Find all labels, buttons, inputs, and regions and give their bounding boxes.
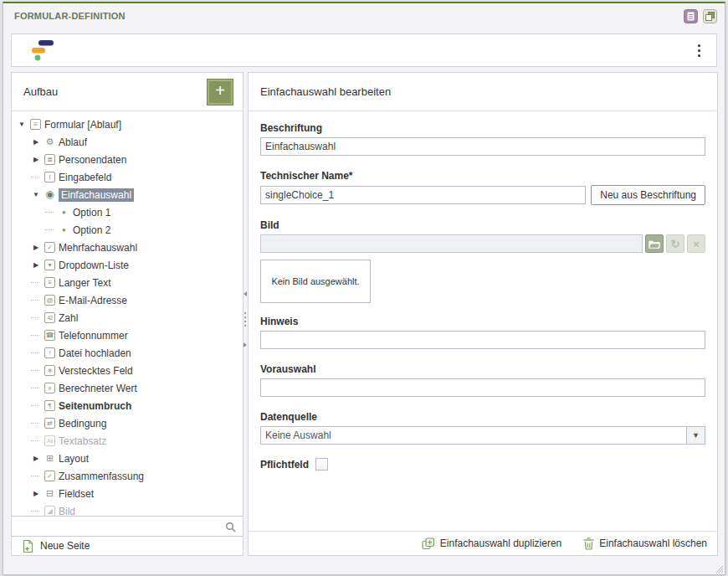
delete-element-button[interactable]: Einfachauswahl löschen xyxy=(583,537,707,550)
duplicate-icon xyxy=(422,537,435,550)
reset-image-icon: ↻ xyxy=(666,234,684,253)
tree-item-textabsatz[interactable]: Aa Textabsatz xyxy=(12,432,243,450)
datenquelle-select[interactable]: Keine Auswahl ▼ xyxy=(260,426,705,445)
panel-splitter[interactable] xyxy=(242,72,248,554)
technischer-name-input[interactable] xyxy=(260,186,586,204)
tree-connector xyxy=(31,440,39,441)
add-element-button[interactable]: + xyxy=(207,79,233,105)
new-page-label: Neue Seite xyxy=(40,540,90,552)
tree-item-bedingung[interactable]: ⇄ Bedingung xyxy=(12,414,243,432)
collapse-left-icon[interactable] xyxy=(244,291,247,296)
editor-title: Einfachauswahl bearbeiten xyxy=(260,85,391,98)
hinweis-input[interactable] xyxy=(260,331,705,349)
tree-item-dropdown-liste[interactable]: ▶ ▾ Dropdown-Liste xyxy=(12,256,243,274)
new-page-button[interactable]: Neue Seite xyxy=(12,537,243,555)
expander-icon[interactable]: ▶ xyxy=(31,156,41,163)
layout-icon: ⊞ xyxy=(44,453,55,464)
tree-item-datei-hochladen[interactable]: ↑ Datei hochladen xyxy=(12,344,243,362)
tree-item-einfachauswahl[interactable]: ▼ ◉ Einfachauswahl xyxy=(12,186,243,203)
datenquelle-label: Datenquelle xyxy=(260,411,705,423)
bild-input xyxy=(260,234,643,253)
beschriftung-input[interactable] xyxy=(260,137,705,156)
tree-item-zahl[interactable]: 42 Zahl xyxy=(12,309,243,327)
tree-connector xyxy=(31,476,39,476)
editor-footer: Einfachauswahl duplizieren Einfachauswah… xyxy=(249,531,717,555)
tree-item-telefonnummer[interactable]: ☎ Telefonnummer xyxy=(12,327,243,344)
expander-icon[interactable]: ▶ xyxy=(31,455,41,462)
structure-panel: Aufbau + ▼ ≡ Formular [Ablauf] ▶ ⚙ Ablau… xyxy=(11,72,244,556)
editor-panel: Einfachauswahl bearbeiten Beschriftung T… xyxy=(248,72,718,556)
tree-item-verstecktes-feld[interactable]: ∗ Verstecktes Feld xyxy=(12,362,243,379)
tree-connector xyxy=(31,352,39,353)
tree-item-layout[interactable]: ▶ ⊞ Layout xyxy=(12,450,243,467)
tree-item-bild[interactable]: ◢ Bild xyxy=(12,502,243,516)
tree-item-formular-ablauf-[interactable]: ▼ ≡ Formular [Ablauf] xyxy=(12,116,243,133)
hinweis-label: Hinweis xyxy=(260,316,705,327)
vorauswahl-label: Vorauswahl xyxy=(260,363,705,375)
tree-connector xyxy=(45,229,54,230)
tree-item-berechneter-wert[interactable]: x Berechneter Wert xyxy=(12,379,243,397)
tree-item-seitenumbruch[interactable]: ¶ Seitenumbruch xyxy=(12,397,243,414)
image-icon: ◢ xyxy=(44,506,55,516)
browse-image-icon[interactable] xyxy=(645,234,664,253)
tree-search-input[interactable] xyxy=(12,517,221,536)
new-page-icon xyxy=(22,539,34,553)
resize-handle-icon[interactable] xyxy=(715,564,724,573)
long-text-icon: ≡ xyxy=(44,277,55,288)
form-icon: ≡ xyxy=(30,119,41,130)
expander-icon[interactable]: ▶ xyxy=(31,138,41,146)
tree-item-option-1[interactable]: ● Option 1 xyxy=(12,203,243,221)
collapse-right-icon[interactable] xyxy=(244,342,247,347)
expander-icon[interactable]: ▶ xyxy=(31,490,41,497)
tree-item-e-mail-adresse[interactable]: @ E-Mail-Adresse xyxy=(12,291,243,309)
multi-choice-icon: ✓ xyxy=(44,242,55,253)
tree-item-eingabefeld[interactable]: I Eingabefeld xyxy=(12,168,243,186)
duplicate-element-button[interactable]: Einfachauswahl duplizieren xyxy=(422,537,561,550)
email-icon: @ xyxy=(44,295,55,306)
workflow-icon: ⚙ xyxy=(44,136,55,147)
kebab-menu-icon[interactable] xyxy=(693,42,705,59)
text-paragraph-icon: Aa xyxy=(44,435,55,446)
calculated-value-icon: x xyxy=(44,383,55,393)
tree-item-personendaten[interactable]: ▶ ≣ Personendaten xyxy=(12,151,243,168)
tree-item-fieldset[interactable]: ▶ ⊟ Fieldset xyxy=(12,485,243,502)
tree-item-mehrfachauswahl[interactable]: ▶ ✓ Mehrfachauswahl xyxy=(12,239,243,256)
delete-label: Einfachauswahl löschen xyxy=(599,537,707,549)
structure-panel-title: Aufbau xyxy=(23,85,58,98)
tree-connector xyxy=(31,177,39,177)
vorauswahl-input[interactable] xyxy=(260,378,705,397)
search-icon xyxy=(225,522,236,532)
expander-icon[interactable]: ▼ xyxy=(17,121,27,128)
chevron-down-icon[interactable]: ▼ xyxy=(686,427,705,444)
technischer-name-label: Technischer Name* xyxy=(260,170,705,182)
expander-icon[interactable]: ▶ xyxy=(31,244,41,251)
tree-connector xyxy=(31,388,39,388)
formular-definition-widget: FORMULAR-DEFINITION Aufbau + ▼ ≡ xyxy=(3,2,725,575)
neu-aus-beschriftung-button[interactable]: Neu aus Beschriftung xyxy=(591,185,705,205)
phone-icon: ☎ xyxy=(44,330,55,341)
duplicate-label: Einfachauswahl duplizieren xyxy=(440,537,561,549)
editor-form: Beschriftung Technischer Name* Neu aus B… xyxy=(249,111,717,530)
tree-connector xyxy=(31,335,39,336)
tree-connector xyxy=(31,511,39,512)
trash-icon xyxy=(583,537,594,550)
tree-item-langer-text[interactable]: ≡ Langer Text xyxy=(12,274,243,291)
dropdown-icon: ▾ xyxy=(44,260,55,270)
pflichtfeld-label: Pflichtfeld xyxy=(260,459,309,471)
number-icon: 42 xyxy=(44,312,55,323)
titlebar: FORMULAR-DEFINITION xyxy=(3,3,725,32)
report-icon[interactable] xyxy=(684,9,698,23)
person-data-icon: ≣ xyxy=(44,154,55,165)
expander-icon[interactable]: ▼ xyxy=(31,191,41,198)
tree-item-ablauf[interactable]: ▶ ⚙ Ablauf xyxy=(12,133,243,151)
app-logo-icon xyxy=(27,38,57,66)
tree-item-zusammenfassung[interactable]: ✓ Zusammenfassung xyxy=(12,467,243,485)
datenquelle-value: Keine Auswahl xyxy=(261,427,686,444)
tree-item-option-2[interactable]: ● Option 2 xyxy=(12,221,243,239)
pflichtfeld-checkbox[interactable] xyxy=(315,458,328,471)
splitter-grip[interactable] xyxy=(244,312,246,327)
window-restore-icon[interactable] xyxy=(703,9,717,23)
no-image-box: Kein Bild ausgewählt. xyxy=(260,260,371,303)
expander-icon[interactable]: ▶ xyxy=(31,261,41,269)
tree-connector xyxy=(31,282,39,283)
